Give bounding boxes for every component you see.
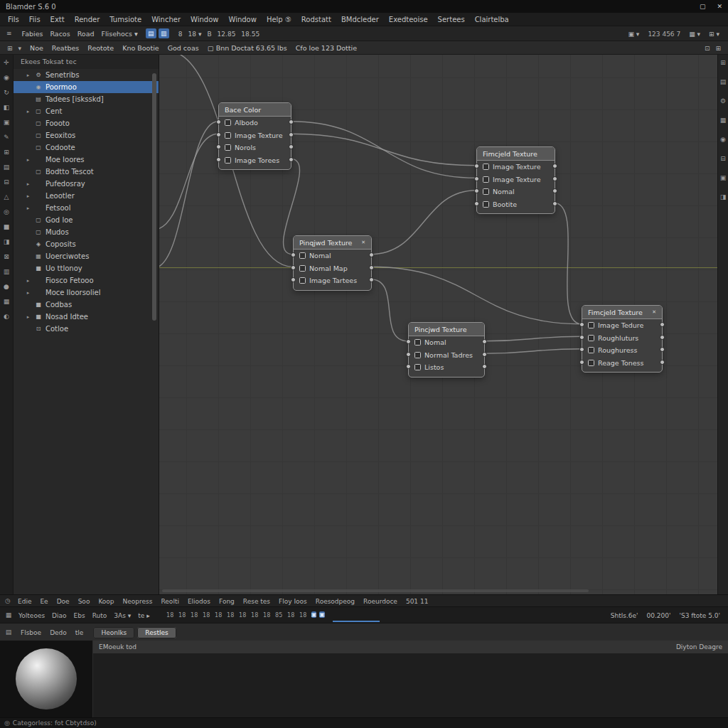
node-output-socket[interactable] — [289, 157, 294, 162]
toolstrip-icon-8[interactable]: ▤ — [4, 163, 10, 171]
toolstrip-icon-16[interactable]: ● — [4, 282, 9, 291]
node-header[interactable]: Pinqjwd Texture✕ — [294, 236, 371, 250]
node-checkbox[interactable] — [588, 335, 594, 341]
node-output-socket[interactable] — [552, 164, 557, 168]
editor-header-icon[interactable]: ⊡ — [702, 45, 713, 52]
toolstrip-icon-9[interactable]: ⊟ — [4, 178, 9, 186]
toolbar-field[interactable]: 12.85 — [215, 31, 239, 38]
menu-item[interactable]: Clairtelba — [470, 16, 514, 23]
playback-editor-icon[interactable]: ▦ — [4, 611, 14, 619]
node-output-socket[interactable] — [369, 265, 374, 270]
outliner-item[interactable]: ▸Moce Iloorsoliel — [14, 287, 159, 299]
outliner-item[interactable]: ▸Leootler — [14, 190, 159, 202]
node-output-socket[interactable] — [482, 339, 487, 344]
frame-button[interactable]: 18 — [298, 612, 309, 619]
maximize-icon[interactable]: ▢ — [700, 3, 706, 10]
toolstrip-icon-2[interactable]: ◉ — [4, 73, 9, 82]
outliner-item[interactable]: ▢Foooto — [14, 117, 159, 129]
outliner-item[interactable]: ▤Tadees [isksskd] — [14, 93, 159, 105]
toolstrip-icon-13[interactable]: ◨ — [4, 237, 10, 246]
editor-menu-item[interactable]: Flsboe — [16, 629, 46, 636]
node[interactable]: Pinqjwd Texture✕NomalNomal MapImage Tart… — [293, 235, 372, 291]
outliner-item[interactable]: ▢Codoote — [14, 141, 159, 154]
outliner-item[interactable]: ▢God loe — [14, 214, 159, 226]
toolstrip-icon-12[interactable]: ■ — [4, 223, 10, 231]
node[interactable]: Bace ColorAlbodoImage TextureNorolsImage… — [218, 102, 291, 170]
node-header[interactable]: Pincjwd Texture — [409, 323, 484, 336]
editor-header-item[interactable]: God coas — [164, 44, 203, 52]
timeline-menu-item[interactable]: Reolti — [156, 598, 183, 605]
toolstrip-icon-18[interactable]: ◐ — [4, 312, 9, 321]
node-checkbox[interactable] — [483, 201, 489, 208]
right-strip-icon-3[interactable]: ⚙ — [720, 97, 726, 105]
toolstrip-icon-7[interactable]: ⊞ — [4, 148, 9, 156]
outliner-item[interactable]: ▢Bodtto Tescot — [14, 166, 159, 178]
menu-item[interactable]: Tumsiote — [105, 16, 146, 23]
node-input-socket[interactable] — [474, 201, 479, 206]
playback-menu-item[interactable]: te ▸ — [134, 612, 153, 619]
menu-item[interactable]: Wincher — [146, 16, 186, 23]
node-output-socket[interactable] — [552, 201, 557, 206]
node-checkbox[interactable] — [225, 157, 231, 164]
node-checkbox[interactable] — [483, 176, 489, 183]
toolbar-field[interactable]: 18.55 — [238, 31, 262, 38]
outliner-item[interactable]: ▸Fiosco Fetooo — [14, 274, 159, 287]
toolstrip-icon-11[interactable]: ◎ — [4, 208, 9, 216]
frame-button[interactable]: 18 — [225, 612, 236, 619]
node-header[interactable]: Bace Color — [219, 103, 291, 117]
node-checkbox[interactable] — [414, 352, 421, 358]
toolbar-right-item[interactable]: ▣ ▾ — [623, 31, 643, 38]
toolbar-toggle-icon[interactable]: ▤ — [146, 28, 156, 38]
timeline-menu-item[interactable]: Ee — [36, 598, 52, 605]
timeline-menu-item[interactable]: Roeurdoce — [359, 598, 402, 605]
node-header[interactable]: Fimcjeld Texture — [477, 147, 555, 161]
toolstrip-icon-1[interactable]: ✛ — [4, 58, 9, 67]
node-output-socket[interactable] — [369, 277, 374, 282]
node-output-socket[interactable] — [660, 360, 665, 365]
playback-menu-item[interactable]: Diao — [48, 612, 70, 619]
menu-item[interactable]: Extt — [46, 16, 70, 23]
editor-header-item[interactable]: Kno Bootie — [118, 44, 163, 52]
frame-button[interactable]: 18 — [250, 612, 260, 619]
editor-header-item[interactable]: ▢ Bnn Doctat 63.65 lbs — [203, 44, 291, 52]
node-checkbox[interactable] — [414, 339, 421, 346]
menu-item[interactable]: Rodstatt — [296, 16, 336, 23]
node-checkbox[interactable] — [299, 277, 306, 284]
toolstrip-icon-17[interactable]: ▦ — [4, 297, 10, 306]
editor-header-item[interactable]: Reatbes — [48, 44, 83, 52]
node-input-socket[interactable] — [579, 335, 584, 340]
editor-header-item[interactable]: Reotote — [83, 44, 118, 52]
outliner-item[interactable]: ▸Moe Ioores — [14, 154, 159, 166]
node-output-socket[interactable] — [289, 144, 294, 149]
outliner-item[interactable]: ▸Fetsool — [14, 202, 159, 214]
timeline-menu-item[interactable]: Koop — [94, 598, 118, 605]
right-strip-icon-7[interactable]: ▣ — [720, 173, 727, 182]
timeline-menu-item[interactable]: Roesodpeog — [311, 598, 359, 605]
outliner-item[interactable]: ▸■Nosad Idtee — [14, 311, 159, 323]
node-checkbox[interactable] — [588, 322, 594, 328]
timeline-menu-item[interactable]: Floy Ioos — [274, 598, 311, 605]
menu-item[interactable]: BMdcleder — [336, 16, 384, 23]
outliner-item[interactable]: ▦Uoerciwotes — [14, 250, 159, 262]
outliner-item[interactable]: ◈Coposits — [14, 238, 159, 250]
right-strip-icon-8[interactable]: ◨ — [720, 193, 727, 201]
toolbar-field[interactable]: B — [204, 31, 214, 38]
toolbar-right-item[interactable]: ▦ ▾ — [685, 31, 705, 38]
node-checkbox[interactable] — [483, 164, 489, 170]
timeline-menu-item[interactable]: 501 11 — [402, 598, 433, 605]
toolbar-right-item[interactable]: ⊞ ▾ — [705, 31, 724, 38]
right-strip-icon-1[interactable]: ⊞ — [720, 58, 726, 67]
node-checkbox[interactable] — [299, 265, 306, 272]
editor-header-item[interactable]: Noe — [26, 44, 48, 52]
outliner-item[interactable]: ■Codbas — [14, 299, 159, 311]
node-input-socket[interactable] — [474, 176, 479, 181]
toolstrip-icon-4[interactable]: ◧ — [4, 103, 10, 112]
editor-header-icon[interactable]: ▾ — [16, 45, 25, 52]
node-output-socket[interactable] — [552, 188, 557, 193]
toolstrip-icon-6[interactable]: ✎ — [4, 133, 9, 141]
node-output-socket[interactable] — [660, 347, 665, 352]
toolstrip-icon-3[interactable]: ↻ — [4, 88, 9, 97]
node[interactable]: Fimcjeld TextureImage TextureImage Textu… — [476, 146, 555, 214]
menu-item[interactable]: Help ⑤ — [262, 16, 296, 23]
timeline-menu-item[interactable]: Neopress — [119, 598, 157, 605]
